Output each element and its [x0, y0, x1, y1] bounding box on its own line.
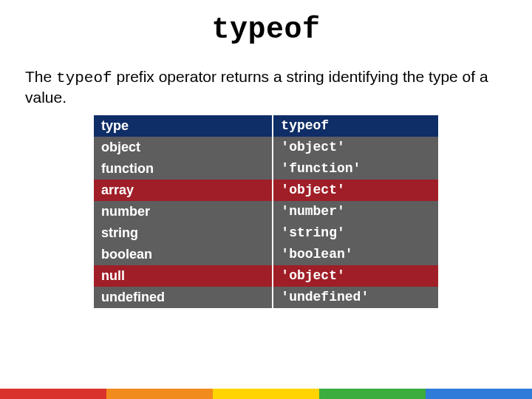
slide-title: typeof [0, 13, 532, 47]
stripe-green [319, 389, 426, 399]
cell-typeof: 'function' [273, 158, 439, 180]
cell-typeof: 'undefined' [273, 287, 439, 308]
cell-type: number [93, 201, 273, 222]
cell-typeof: 'boolean' [273, 244, 439, 265]
cell-typeof: 'object' [273, 180, 439, 201]
stripe-red [0, 389, 106, 399]
cell-typeof: 'number' [273, 201, 439, 222]
cell-type: array [93, 180, 273, 201]
table-row: string'string' [93, 222, 439, 244]
cell-type: function [93, 158, 273, 180]
desc-pre: The [25, 68, 56, 85]
table-row: null'object' [93, 265, 439, 287]
desc-code: typeof [56, 69, 112, 86]
table-header-row: type typeof [93, 115, 439, 137]
table-row: undefined'undefined' [93, 287, 439, 308]
table-row: array'object' [93, 180, 439, 201]
footer-stripe [0, 389, 532, 399]
cell-typeof: 'object' [273, 265, 439, 287]
table-row: number'number' [93, 201, 439, 222]
table-row: object'object' [93, 137, 439, 158]
cell-type: object [93, 137, 273, 158]
cell-typeof: 'string' [273, 222, 439, 244]
stripe-yellow [213, 389, 319, 399]
table-row: boolean'boolean' [93, 244, 439, 265]
table-row: function'function' [93, 158, 439, 180]
cell-typeof: 'object' [273, 137, 439, 158]
typeof-table: type typeof object'object'function'funct… [92, 115, 440, 308]
cell-type: null [93, 265, 273, 287]
cell-type: undefined [93, 287, 273, 308]
stripe-blue [426, 389, 532, 399]
cell-type: boolean [93, 244, 273, 265]
description: The typeof prefix operator returns a str… [25, 67, 507, 108]
col-typeof: typeof [273, 115, 439, 137]
col-type: type [93, 115, 273, 137]
stripe-orange [106, 389, 213, 399]
cell-type: string [93, 222, 273, 244]
